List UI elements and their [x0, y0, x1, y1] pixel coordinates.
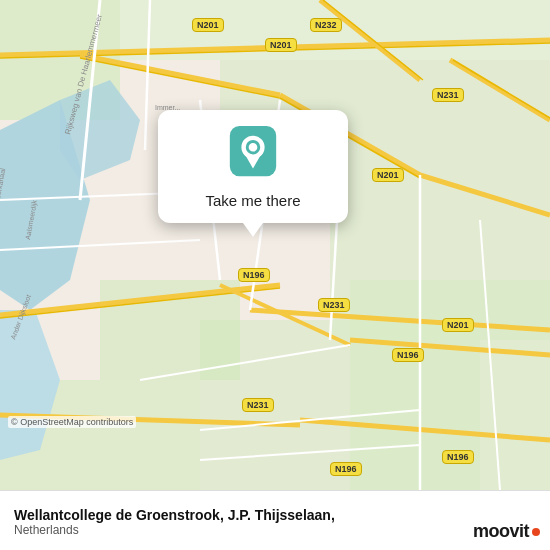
- road-badge-n231-bottom: N231: [242, 398, 274, 412]
- map-area: Rijksweg van De Haarlemmermeer Aalsmeerd…: [0, 0, 550, 490]
- road-badge-n196-mid-right: N196: [392, 348, 424, 362]
- svg-point-49: [247, 141, 259, 153]
- road-badge-n231-lower: N231: [318, 298, 350, 312]
- road-badge-n232: N232: [310, 18, 342, 32]
- map-pin-icon: [229, 126, 277, 182]
- moovit-wordmark: moovit: [473, 521, 529, 542]
- road-badge-n201-top-center: N201: [265, 38, 297, 52]
- osm-credit: © OpenStreetMap contributors: [8, 416, 136, 428]
- road-badge-n231-upper: N231: [432, 88, 464, 102]
- take-me-there-button[interactable]: Take me there: [205, 190, 300, 211]
- bottom-bar: Wellantcollege de Groenstrook, J.P. Thij…: [0, 490, 550, 550]
- road-badge-n201-top-left: N201: [192, 18, 224, 32]
- location-title: Wellantcollege de Groenstrook, J.P. Thij…: [14, 507, 536, 523]
- road-badge-n196-bottom-center: N196: [330, 462, 362, 476]
- location-popup: Take me there: [158, 110, 348, 223]
- moovit-dot: [532, 528, 540, 536]
- road-badge-n201-mid: N201: [372, 168, 404, 182]
- road-badge-n196-bottom-right: N196: [442, 450, 474, 464]
- road-badge-n201-lower-right: N201: [442, 318, 474, 332]
- location-country: Netherlands: [14, 523, 536, 537]
- road-badge-n196-lower-left: N196: [238, 268, 270, 282]
- moovit-logo: moovit: [473, 521, 540, 542]
